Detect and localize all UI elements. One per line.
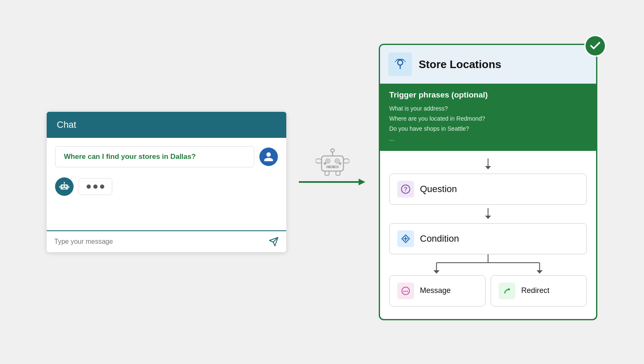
question-icon-container: ? [397, 181, 414, 198]
redirect-node[interactable]: Redirect [491, 275, 587, 306]
check-icon [589, 40, 602, 52]
message-icon-container [397, 282, 414, 299]
trigger-phrase-1: What is your address? [389, 104, 587, 114]
chat-header: Chat [47, 112, 286, 138]
arrow-to-condition [389, 208, 587, 220]
svg-rect-2 [65, 185, 67, 187]
condition-node[interactable]: Condition [389, 223, 587, 254]
robot-icon [316, 144, 349, 178]
svg-rect-3 [63, 188, 66, 189]
chat-body: Where can I find your stores in Dallas? [47, 138, 286, 230]
trigger-phrase-2: Where are you located in Redmond? [389, 114, 587, 124]
arrow-to-question [389, 158, 587, 170]
flow-panel: Store Locations Trigger phrases (optiona… [379, 44, 597, 320]
chat-title: Chat [57, 119, 76, 130]
svg-rect-6 [59, 186, 61, 188]
svg-point-46 [407, 290, 408, 292]
bot-response-row [55, 177, 278, 196]
flow-body: ? Question [380, 151, 596, 311]
branch-arrows [389, 254, 587, 275]
condition-icon-container [397, 230, 414, 247]
middle-section [290, 178, 375, 186]
branch-svg [389, 254, 587, 275]
svg-point-28 [398, 60, 403, 65]
trigger-phrase-ellipsis: ... [389, 134, 587, 144]
svg-point-12 [331, 149, 334, 152]
trigger-phrases: What is your address? Where are you loca… [389, 104, 587, 144]
main-container: Chat Where can I find your stores in Dal… [0, 0, 644, 364]
svg-point-16 [336, 160, 338, 162]
redirect-icon-container [499, 282, 515, 299]
svg-rect-20 [316, 159, 322, 163]
bot-icon [58, 181, 70, 193]
chat-input[interactable] [47, 231, 261, 252]
svg-rect-18 [328, 166, 330, 168]
svg-marker-42 [536, 270, 542, 274]
down-arrow-2 [484, 208, 492, 220]
svg-marker-40 [433, 270, 439, 274]
user-message-row: Where can I find your stores in Dallas? [55, 146, 278, 167]
user-message-bubble: Where can I find your stores in Dallas? [55, 146, 254, 167]
question-node[interactable]: ? Question [389, 174, 587, 205]
svg-text:?: ? [404, 186, 408, 193]
message-label: Message [420, 286, 451, 295]
typing-dot-2 [93, 185, 98, 189]
question-label: Question [420, 184, 457, 195]
chat-input-area [47, 230, 286, 252]
send-button[interactable] [261, 232, 286, 252]
svg-rect-7 [68, 186, 70, 188]
branch-nodes: Message Redirect [389, 275, 587, 306]
svg-point-15 [327, 160, 329, 162]
user-message-text: Where can I find your stores in Dallas? [64, 153, 196, 161]
send-icon [269, 237, 279, 247]
typing-dot-3 [100, 185, 104, 189]
flow-header: Store Locations [380, 45, 596, 84]
svg-rect-1 [62, 185, 64, 187]
typing-bubble [79, 178, 112, 195]
question-icon: ? [400, 184, 411, 195]
bot-avatar [55, 177, 74, 196]
svg-point-44 [404, 290, 405, 292]
redirect-icon [502, 286, 512, 296]
svg-point-5 [63, 182, 65, 184]
trigger-section: Trigger phrases (optional) What is your … [380, 84, 596, 150]
condition-icon [400, 233, 411, 244]
trigger-phrase-3: Do you have shops in Seattle? [389, 124, 587, 134]
svg-rect-23 [336, 171, 340, 175]
message-branch: Message [389, 275, 486, 306]
down-arrow-1 [484, 158, 492, 170]
flow-title: Store Locations [419, 58, 501, 71]
svg-marker-27 [359, 179, 365, 185]
trigger-icon [393, 57, 408, 72]
redirect-label: Redirect [521, 286, 549, 295]
chat-panel: Chat Where can I find your stores in Dal… [47, 112, 286, 252]
typing-dot-1 [87, 185, 91, 189]
message-node[interactable]: Message [389, 275, 486, 306]
svg-point-24 [324, 162, 326, 165]
message-icon [401, 286, 411, 296]
trigger-label-text: Trigger phrases (optional) [389, 90, 488, 99]
trigger-label: Trigger phrases (optional) [389, 90, 587, 100]
check-badge [584, 35, 606, 57]
svg-marker-47 [508, 288, 510, 291]
svg-rect-19 [333, 166, 335, 168]
svg-rect-22 [325, 171, 329, 175]
svg-marker-30 [485, 166, 491, 169]
svg-marker-34 [485, 216, 491, 219]
robot-container [316, 144, 349, 179]
user-icon [263, 151, 274, 162]
redirect-branch: Redirect [491, 275, 587, 306]
user-avatar [259, 148, 278, 166]
condition-label: Condition [420, 233, 459, 244]
svg-rect-21 [343, 159, 349, 163]
trigger-icon-container [388, 53, 412, 76]
svg-point-45 [405, 290, 406, 292]
svg-point-25 [339, 162, 341, 165]
